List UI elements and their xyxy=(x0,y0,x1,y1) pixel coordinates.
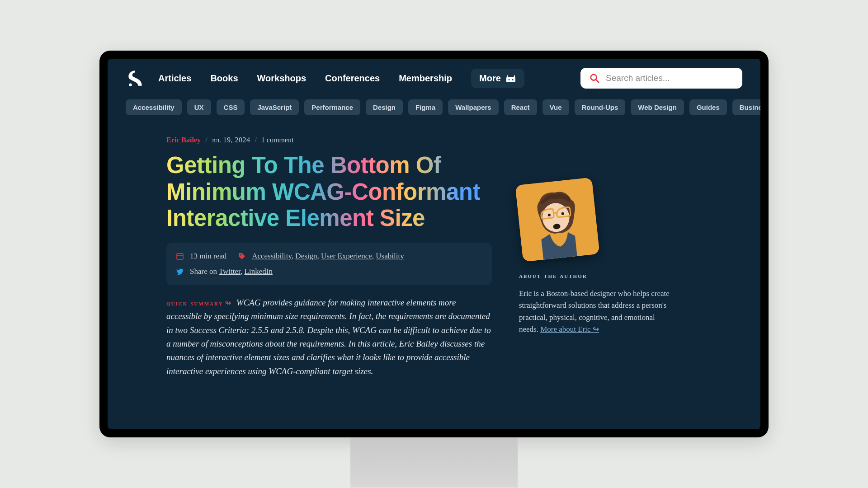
avatar-illustration xyxy=(515,178,600,262)
separator: / xyxy=(255,136,256,144)
cat-icon xyxy=(505,74,516,83)
topic-ux[interactable]: User Experience xyxy=(321,252,372,260)
logo-icon xyxy=(126,69,145,88)
monitor-frame: Articles Books Workshops Conferences Mem… xyxy=(99,51,769,437)
tag-ux[interactable]: UX xyxy=(187,99,211,115)
comments-link[interactable]: 1 comment xyxy=(261,136,294,144)
nav-conferences[interactable]: Conferences xyxy=(325,73,380,84)
tag-css[interactable]: CSS xyxy=(217,99,245,115)
tag-accessibility[interactable]: Accessibility xyxy=(126,99,182,115)
tag-design[interactable]: Design xyxy=(366,99,403,115)
site-logo[interactable] xyxy=(126,69,145,88)
tag-webdesign[interactable]: Web Design xyxy=(631,99,684,115)
tag-roundups[interactable]: Round-Ups xyxy=(575,99,626,115)
share-linkedin[interactable]: LinkedIn xyxy=(245,267,273,276)
nav-more[interactable]: More xyxy=(471,69,524,88)
article-content: Eric Bailey / jul 19, 2024 / 1 comment G… xyxy=(108,122,760,378)
tag-business[interactable]: Business xyxy=(732,99,760,115)
svg-point-0 xyxy=(129,84,132,86)
share-prefix: Share on xyxy=(190,267,219,276)
topic-accessibility[interactable]: Accessibility xyxy=(252,252,292,260)
search-input[interactable] xyxy=(606,73,733,83)
read-time-row: 13 min read Accessibility, Design, User … xyxy=(176,250,482,263)
summary-label: quick summary xyxy=(166,299,223,307)
article-info-box: 13 min read Accessibility, Design, User … xyxy=(166,243,492,285)
svg-rect-3 xyxy=(177,253,183,259)
about-heading: about the author xyxy=(519,272,673,280)
nav-workshops[interactable]: Workshops xyxy=(257,73,307,84)
summary-arrow-icon: ↬ xyxy=(225,299,232,307)
share-row: Share on Twitter, LinkedIn xyxy=(176,265,482,278)
author-sidebar: about the author Eric is a Boston-based … xyxy=(519,136,673,378)
svg-point-5 xyxy=(240,254,241,255)
article-title: Getting To The Bottom Of Minimum WCAG-Co… xyxy=(166,152,492,232)
author-avatar[interactable] xyxy=(515,178,600,262)
summary-text: WCAG provides guidance for making intera… xyxy=(166,298,491,376)
about-more-link[interactable]: More about Eric ↬ xyxy=(540,325,599,333)
article-summary: quick summary ↬ WCAG provides guidance f… xyxy=(166,296,492,378)
article-meta: Eric Bailey / jul 19, 2024 / 1 comment xyxy=(166,136,492,144)
svg-line-8 xyxy=(553,213,557,213)
category-tags: Accessibility UX CSS JavaScript Performa… xyxy=(108,96,760,122)
topic-links: Accessibility, Design, User Experience, … xyxy=(252,252,404,261)
main-nav: Articles Books Workshops Conferences Mem… xyxy=(158,69,567,88)
publish-date: jul 19, 2024 xyxy=(212,136,250,144)
share-twitter[interactable]: Twitter xyxy=(219,267,241,276)
nav-articles[interactable]: Articles xyxy=(158,73,191,84)
tag-wallpapers[interactable]: Wallpapers xyxy=(448,99,498,115)
about-text: Eric is a Boston-based designer who help… xyxy=(519,288,673,335)
read-time: 13 min read xyxy=(190,252,226,261)
nav-more-label: More xyxy=(479,73,501,84)
separator: / xyxy=(205,136,207,144)
search-box[interactable] xyxy=(580,68,742,89)
site-header: Articles Books Workshops Conferences Mem… xyxy=(108,59,760,96)
search-icon xyxy=(590,73,599,83)
svg-line-2 xyxy=(596,80,599,83)
tag-performance[interactable]: Performance xyxy=(304,99,360,115)
tag-react[interactable]: React xyxy=(504,99,537,115)
topic-usability[interactable]: Usability xyxy=(376,252,404,260)
tag-figma[interactable]: Figma xyxy=(408,99,443,115)
nav-books[interactable]: Books xyxy=(210,73,238,84)
topic-design[interactable]: Design xyxy=(295,252,317,260)
twitter-icon xyxy=(176,268,184,275)
nav-membership[interactable]: Membership xyxy=(399,73,452,84)
calendar-icon xyxy=(176,253,184,260)
tag-guides[interactable]: Guides xyxy=(689,99,727,115)
main-column: Eric Bailey / jul 19, 2024 / 1 comment G… xyxy=(166,136,492,378)
tag-icon xyxy=(238,253,245,260)
website-viewport: Articles Books Workshops Conferences Mem… xyxy=(108,59,760,429)
share-links: Share on Twitter, LinkedIn xyxy=(190,267,273,276)
svg-point-1 xyxy=(591,75,597,80)
tag-vue[interactable]: Vue xyxy=(542,99,569,115)
author-link[interactable]: Eric Bailey xyxy=(166,136,201,144)
tag-javascript[interactable]: JavaScript xyxy=(250,99,299,115)
